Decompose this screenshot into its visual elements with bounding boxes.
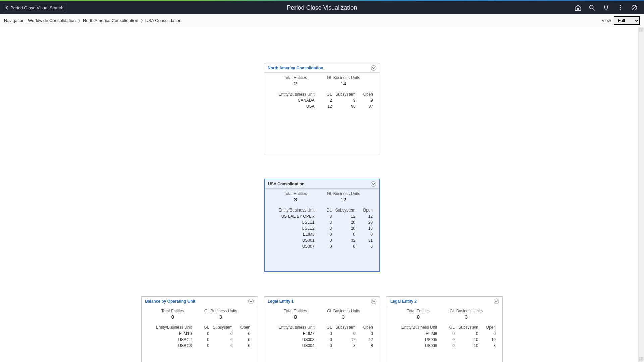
svg-point-2 (620, 5, 621, 6)
card-summary: Total Entities0GL Business Units3 (147, 306, 252, 324)
cell-entity: USBC3 (147, 343, 193, 349)
breadcrumb-item[interactable]: North America Consolidation (83, 18, 138, 23)
entity-card-bal[interactable]: Balance by Operating UnitTotal Entities0… (141, 296, 257, 362)
svg-line-6 (633, 6, 636, 10)
summary-label: Total Entities (161, 309, 184, 313)
cell-open: 9 (357, 97, 374, 103)
card-title[interactable]: Legal Entity 1 (268, 299, 294, 304)
table-row: ELIM8000 (392, 330, 497, 337)
summary-gl-bu: GL Business Units12 (327, 191, 360, 202)
col-entity: Entity/Business Unit (392, 324, 438, 330)
summary-value: 3 (327, 314, 360, 320)
card-title[interactable]: Balance by Operating Unit (145, 299, 195, 304)
card-body: Total Entities0GL Business Units3Entity/… (142, 306, 257, 354)
vertical-scrollbar[interactable] (638, 27, 644, 362)
col-subsystem: Subsystem (333, 324, 357, 330)
col-gl: GL (316, 207, 333, 213)
header-actions (574, 4, 644, 11)
summary-label: Total Entities (407, 309, 430, 313)
app-header: Period Close Visual Search Period Close … (0, 1, 644, 14)
table-row: CANADA299 (270, 97, 374, 103)
summary-value: 0 (407, 314, 430, 320)
cell-open: 12 (357, 337, 374, 343)
summary-value: 3 (204, 314, 237, 320)
col-open: Open (357, 207, 374, 213)
back-button-label: Period Close Visual Search (10, 5, 63, 10)
cell-entity: US003 (270, 337, 316, 343)
card-table: Entity/Business UnitGLSubsystemOpenUS BA… (270, 207, 374, 249)
chevron-down-icon (249, 300, 253, 303)
cell-open: 6 (357, 243, 374, 249)
entity-card-usa[interactable]: USA ConsolidationTotal Entities3GL Busin… (264, 179, 380, 272)
summary-label: GL Business Units (327, 75, 360, 80)
col-subsystem: Subsystem (333, 207, 357, 213)
cell-subsystem: 32 (333, 237, 357, 243)
cell-subsystem: 0 (211, 330, 234, 337)
card-header: North America Consolidation (264, 63, 380, 73)
cell-gl: 3 (316, 225, 333, 231)
breadcrumb-item[interactable]: USA Consolidation (145, 18, 181, 23)
card-header: USA Consolidation (265, 179, 379, 189)
card-menu-button[interactable] (494, 299, 499, 304)
notifications-icon[interactable] (602, 4, 610, 11)
summary-label: GL Business Units (327, 309, 360, 313)
table-row: USA129087 (270, 103, 374, 109)
chevron-left-icon (5, 6, 9, 10)
page-title: Period Close Visualization (287, 4, 357, 11)
card-body: Total Entities2GL Business Units14Entity… (264, 73, 380, 115)
svg-point-4 (620, 9, 621, 10)
card-menu-button[interactable] (371, 299, 376, 304)
breadcrumb-item[interactable]: Worldwide Consolidation (28, 18, 76, 23)
card-body: Total Entities3GL Business Units12Entity… (265, 189, 379, 255)
svg-point-3 (620, 7, 621, 8)
entity-card-na[interactable]: North America ConsolidationTotal Entitie… (264, 63, 380, 154)
card-summary: Total Entities0GL Business Units3 (270, 306, 374, 324)
cell-entity: US BAL BY OPER (270, 213, 316, 219)
cell-subsystem: 6 (333, 243, 357, 249)
cell-subsystem: 0 (333, 231, 357, 237)
cell-subsystem: 10 (456, 343, 480, 349)
prohibit-icon[interactable] (631, 4, 638, 11)
sub-toolbar: Navigation: Worldwide Consolidation ❯ No… (0, 14, 644, 27)
summary-value: 2 (284, 81, 307, 86)
search-icon[interactable] (588, 4, 596, 11)
back-button[interactable]: Period Close Visual Search (3, 3, 67, 12)
cell-open: 0 (234, 330, 252, 337)
kebab-menu-icon[interactable] (616, 4, 624, 11)
cell-gl: 0 (193, 337, 210, 343)
col-open: Open (357, 91, 374, 97)
card-menu-button[interactable] (371, 65, 376, 71)
summary-value: 14 (327, 81, 360, 86)
summary-value: 0 (284, 314, 307, 320)
summary-total-entities: Total Entities0 (407, 309, 430, 320)
summary-label: Total Entities (284, 191, 307, 196)
visualization-canvas[interactable]: North America ConsolidationTotal Entitie… (0, 27, 644, 362)
breadcrumb-prefix: Navigation: (4, 18, 26, 23)
entity-card-le2[interactable]: Legal Entity 2Total Entities0GL Business… (387, 296, 503, 362)
card-menu-button[interactable] (371, 181, 376, 187)
cell-subsystem: 20 (333, 219, 357, 225)
home-icon[interactable] (574, 4, 582, 11)
table-row: US004088 (270, 343, 374, 349)
col-subsystem: Subsystem (211, 324, 234, 330)
cell-open: 10 (480, 337, 497, 343)
card-title[interactable]: North America Consolidation (268, 66, 323, 70)
card-header: Legal Entity 2 (387, 297, 502, 306)
card-summary: Total Entities2GL Business Units14 (270, 73, 374, 91)
cell-gl: 0 (438, 330, 456, 337)
cell-gl: 0 (316, 330, 333, 337)
chevron-right-icon: ❯ (78, 18, 81, 23)
view-select[interactable]: Full (614, 16, 640, 25)
cell-open: 87 (357, 103, 374, 109)
cell-open: 31 (357, 237, 374, 243)
chevron-down-icon (372, 300, 375, 303)
col-open: Open (234, 324, 252, 330)
scroll-up-button[interactable] (639, 28, 643, 32)
summary-label: Total Entities (284, 309, 307, 313)
chevron-down-icon (372, 66, 375, 70)
scroll-down-button[interactable] (639, 357, 643, 361)
entity-card-le1[interactable]: Legal Entity 1Total Entities0GL Business… (264, 296, 380, 362)
card-summary: Total Entities0GL Business Units3 (392, 306, 497, 324)
card-title[interactable]: Legal Entity 2 (390, 299, 417, 304)
card-menu-button[interactable] (248, 299, 254, 304)
